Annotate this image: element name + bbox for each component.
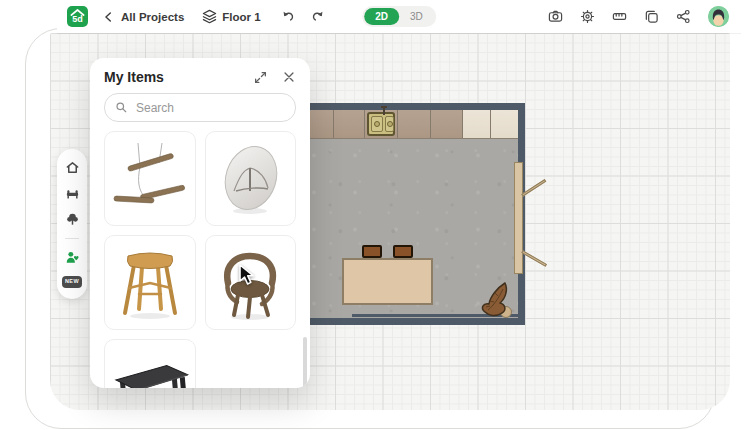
panel-scrollbar[interactable]: [303, 337, 307, 388]
home-icon: [65, 160, 80, 175]
sink-basin: [371, 116, 383, 132]
sidebar-divider: [65, 238, 79, 239]
undo-button[interactable]: [281, 9, 296, 24]
app-window: 5d All Projects Floor 1: [0, 0, 750, 430]
item-card-pendant-lamp[interactable]: [104, 131, 196, 226]
kitchen-counter-row[interactable]: [307, 110, 518, 139]
bed-icon: [65, 186, 80, 201]
counter-segment[interactable]: [490, 110, 518, 138]
door-leaf: [521, 179, 546, 197]
door-leaf: [521, 250, 547, 267]
double-door[interactable]: [514, 162, 523, 274]
sink-counter-segment[interactable]: [364, 110, 397, 138]
chair[interactable]: [393, 245, 413, 258]
top-toolbar: 5d All Projects Floor 1: [57, 0, 741, 33]
faucet: [383, 106, 385, 115]
camera-snapshot-icon[interactable]: [548, 9, 563, 24]
chair[interactable]: [362, 245, 382, 258]
search-field[interactable]: [104, 93, 296, 122]
counter-segment[interactable]: [307, 110, 333, 138]
copy-duplicate-icon[interactable]: [644, 9, 659, 24]
floor-selector[interactable]: Floor 1: [202, 9, 260, 24]
expand-panel-icon[interactable]: [253, 70, 268, 85]
sidebar-item-outdoor[interactable]: [65, 212, 80, 227]
sidebar-new-badge[interactable]: NEW: [62, 276, 82, 288]
counter-segment[interactable]: [397, 110, 430, 138]
measure-ruler-icon[interactable]: [612, 9, 627, 24]
item-card-coffee-table[interactable]: [104, 339, 196, 388]
category-sidebar: NEW: [57, 149, 87, 299]
sidebar-item-my-items[interactable]: [65, 250, 80, 265]
logo-text: 5d: [72, 14, 83, 24]
counter-segment[interactable]: [333, 110, 364, 138]
panel-title: My Items: [104, 69, 239, 85]
settings-gear-icon[interactable]: [580, 9, 595, 24]
my-items-panel: My Items: [90, 58, 310, 388]
counter-segment[interactable]: [430, 110, 462, 138]
tree-icon: [65, 212, 80, 227]
view-toggle: 2D 3D: [362, 6, 436, 27]
redo-button[interactable]: [310, 9, 325, 24]
search-input[interactable]: [134, 100, 285, 116]
wooden-stool-image: [110, 243, 190, 323]
back-to-projects-button[interactable]: All Projects: [102, 10, 184, 24]
sink-basin: [385, 116, 394, 132]
toggle-2d[interactable]: 2D: [364, 8, 399, 25]
layers-icon: [202, 9, 217, 24]
user-avatar[interactable]: [708, 6, 729, 27]
planner5d-logo[interactable]: 5d: [67, 6, 88, 27]
double-sink[interactable]: [367, 112, 395, 136]
search-icon: [115, 101, 128, 114]
room[interactable]: [300, 103, 525, 325]
chevron-left-icon: [102, 10, 116, 24]
black-coffee-table-image: [110, 347, 190, 389]
items-grid: [90, 131, 310, 388]
toggle-3d[interactable]: 3D: [399, 8, 434, 25]
sidebar-item-furniture[interactable]: [65, 186, 80, 201]
item-card-armchair[interactable]: [205, 235, 297, 330]
person-heart-icon: [65, 250, 80, 265]
item-card-bridge-canvas[interactable]: [205, 131, 297, 226]
share-icon[interactable]: [676, 9, 691, 24]
wooden-armchair-image: [210, 243, 290, 323]
floor-label: Floor 1: [222, 11, 260, 23]
back-label: All Projects: [121, 11, 184, 23]
round-bridge-canvas-image: [210, 139, 290, 219]
sidebar-item-rooms[interactable]: [65, 160, 80, 175]
plant[interactable]: [475, 276, 523, 324]
wooden-pendant-lamp-image: [110, 139, 190, 219]
close-panel-icon[interactable]: [282, 70, 296, 84]
dining-table[interactable]: [342, 258, 433, 305]
counter-segment[interactable]: [462, 110, 490, 138]
item-card-stool[interactable]: [104, 235, 196, 330]
